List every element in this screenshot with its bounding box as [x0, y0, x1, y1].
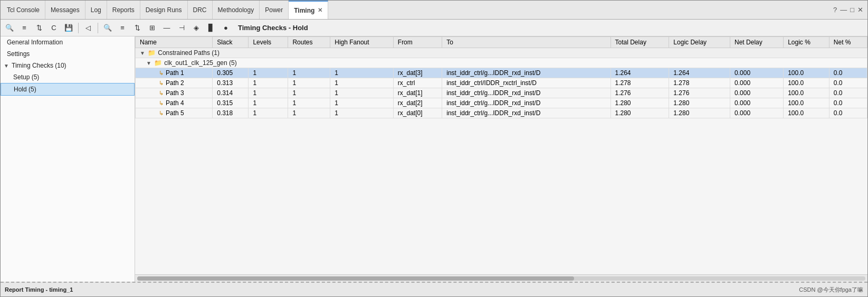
table-row[interactable]: ↳Path 10.305111rx_dat[3]inst_iddr_ctrl/g…	[136, 68, 867, 78]
tab-timing[interactable]: Timing ✕	[289, 1, 328, 19]
minimize-icon[interactable]: —	[840, 6, 847, 14]
cell-total-delay: 1.276	[611, 88, 669, 98]
col-net-pct[interactable]: Net %	[829, 37, 867, 48]
tab-timing-label: Timing	[294, 7, 314, 14]
cell-logic-pct: 100.0	[784, 108, 829, 118]
col-logic-pct[interactable]: Logic %	[784, 37, 829, 48]
scrollbar-track	[137, 276, 865, 281]
filter-btn-2[interactable]: ≡	[116, 22, 129, 34]
cell-slack: 0.313	[213, 78, 249, 88]
table-group-row[interactable]: ▼ 📁Constrained Paths (1)	[136, 48, 867, 58]
table-row[interactable]: ↳Path 50.318111rx_dat[0]inst_iddr_ctrl/g…	[136, 108, 867, 118]
help-icon[interactable]: ?	[833, 6, 837, 14]
cell-logic-pct: 100.0	[784, 98, 829, 108]
clk-folder-icon: 📁	[154, 59, 162, 67]
cell-from: rx_dat[3]	[393, 68, 442, 78]
table-scroll[interactable]: Name Slack Levels Routes High Fanout Fro…	[135, 36, 867, 274]
tab-reports[interactable]: Reports	[107, 1, 140, 19]
cell-to: inst_iddr_ctrl/IDDR_rxctrl_inst/D	[442, 78, 611, 88]
filter-btn-1[interactable]: ≡	[17, 22, 31, 34]
tab-bar: Tcl Console Messages Log Reports Design …	[1, 1, 867, 20]
expand-timing-checks-icon: ▼	[4, 63, 9, 69]
horizontal-scrollbar[interactable]	[135, 274, 867, 282]
minus-btn[interactable]: —	[160, 22, 174, 34]
cell-net-delay: 0.000	[730, 108, 784, 118]
col-levels[interactable]: Levels	[249, 37, 288, 48]
col-net-delay[interactable]: Net Delay	[730, 37, 784, 48]
table-row[interactable]: ↳Path 30.314111rx_dat[1]inst_iddr_ctrl/g…	[136, 88, 867, 98]
toolbar-sep-2	[98, 23, 98, 33]
cell-from: rx_ctrl	[393, 78, 442, 88]
sidebar-item-setup[interactable]: Setup (5)	[1, 71, 135, 83]
sidebar-settings-label: Settings	[7, 50, 30, 58]
folder-icon: 📁	[148, 49, 156, 57]
sidebar-item-settings[interactable]: Settings	[1, 48, 135, 60]
path-icon: ↳	[159, 90, 164, 97]
table-row[interactable]: ↳Path 40.315111rx_dat[2]inst_iddr_ctrl/g…	[136, 98, 867, 108]
cell-slack: 0.305	[213, 68, 249, 78]
tab-drc[interactable]: DRC	[188, 1, 213, 19]
tab-messages-label: Messages	[51, 6, 80, 14]
table-row[interactable]: ↳Path 20.313111rx_ctrlinst_iddr_ctrl/IDD…	[136, 78, 867, 88]
path-icon: ↳	[159, 100, 164, 107]
constrained-paths-label: Constrained Paths (1)	[158, 49, 220, 57]
fit-btn[interactable]: ⊣	[175, 22, 188, 34]
cell-name: ↳Path 1	[136, 68, 213, 78]
sidebar-setup-label: Setup (5)	[13, 73, 39, 81]
tab-log[interactable]: Log	[85, 1, 107, 19]
tab-tcl-console[interactable]: Tcl Console	[2, 1, 45, 19]
col-logic-delay[interactable]: Logic Delay	[669, 37, 730, 48]
col-routes[interactable]: Routes	[288, 37, 330, 48]
status-bar: Report Timing - timing_1 CSDN @今天你fpga了嘛	[1, 282, 867, 296]
col-from[interactable]: From	[393, 37, 442, 48]
save-btn[interactable]: 💾	[62, 22, 75, 34]
tab-methodology-label: Methodology	[218, 6, 254, 14]
refresh-btn[interactable]: C	[47, 22, 61, 34]
search-btn-2[interactable]: 🔍	[101, 22, 115, 34]
cell-to: inst_iddr_ctrl/g...IDDR_rxd_inst/D	[442, 98, 611, 108]
collapse-btn[interactable]: ◁	[81, 22, 95, 34]
status-bar-text: Report Timing - timing_1	[5, 286, 73, 293]
chart-btn[interactable]: ▊	[204, 22, 218, 34]
cell-net-pct: 0.0	[829, 98, 867, 108]
cell-routes: 1	[288, 108, 330, 118]
tab-power-label: Power	[265, 6, 283, 14]
col-total-delay[interactable]: Total Delay	[611, 37, 669, 48]
tab-methodology[interactable]: Methodology	[213, 1, 260, 19]
cell-logic-delay: 1.276	[669, 88, 730, 98]
sort-btn-1[interactable]: ⇅	[32, 22, 46, 34]
circle-btn[interactable]: ●	[219, 22, 233, 34]
cell-total-delay: 1.280	[611, 98, 669, 108]
col-to[interactable]: To	[442, 37, 611, 48]
cell-high-fanout: 1	[330, 78, 394, 88]
close-window-icon[interactable]: ✕	[857, 6, 863, 14]
sidebar-item-hold[interactable]: Hold (5)	[1, 83, 135, 96]
sidebar-item-general-information[interactable]: General Information	[1, 36, 135, 48]
tab-messages[interactable]: Messages	[45, 1, 85, 19]
cell-routes: 1	[288, 88, 330, 98]
cell-logic-delay: 1.280	[669, 98, 730, 108]
sidebar-section-timing-checks[interactable]: ▼ Timing Checks (10)	[1, 60, 135, 71]
cell-net-delay: 0.000	[730, 68, 784, 78]
cell-routes: 1	[288, 68, 330, 78]
status-bar-right: CSDN @今天你fpga了嘛	[799, 286, 863, 294]
target-btn[interactable]: ◈	[189, 22, 203, 34]
col-high-fanout[interactable]: High Fanout	[330, 37, 394, 48]
search-btn-1[interactable]: 🔍	[3, 22, 16, 34]
toolbar: 🔍 ≡ ⇅ C 💾 ◁ 🔍 ≡ ⇅ ⊞ — ⊣ ◈ ▊ ● Timing Che…	[1, 20, 867, 36]
tab-design-runs[interactable]: Design Runs	[140, 1, 188, 19]
col-slack[interactable]: Slack	[213, 37, 249, 48]
maximize-icon[interactable]: □	[850, 6, 854, 14]
cell-net-pct: 0.0	[829, 108, 867, 118]
cell-levels: 1	[249, 88, 288, 98]
cell-routes: 1	[288, 78, 330, 88]
tab-timing-close[interactable]: ✕	[318, 7, 322, 14]
tab-tcl-console-label: Tcl Console	[7, 6, 40, 14]
tab-power[interactable]: Power	[260, 1, 289, 19]
col-name[interactable]: Name	[136, 37, 213, 48]
expand-table-btn[interactable]: ⊞	[145, 22, 159, 34]
sort-btn-2[interactable]: ⇅	[130, 22, 144, 34]
cell-name: ↳Path 5	[136, 108, 213, 118]
cell-name: ↳Path 2	[136, 78, 213, 88]
table-subgroup-row[interactable]: ▼ 📁clk_out1_clk_125_gen (5)	[136, 58, 867, 68]
